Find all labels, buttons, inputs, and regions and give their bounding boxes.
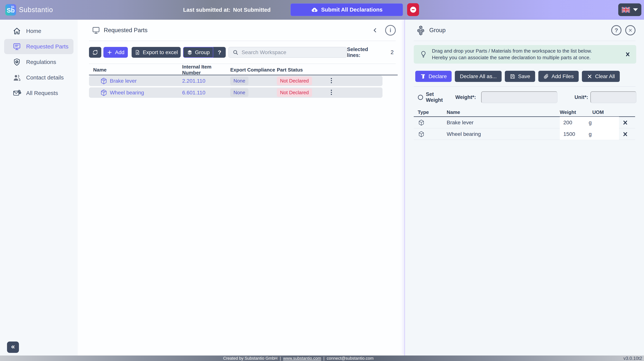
group-part-weight[interactable]: 200 <box>560 120 589 126</box>
list-item: Wheel bearing 1500 g <box>414 128 635 140</box>
logo-superscript: 51 <box>11 5 14 8</box>
parts-table-body: Brake lever 2.201.110 None Not Declared <box>78 76 404 98</box>
excel-file-icon <box>135 49 140 55</box>
weight-input[interactable] <box>481 91 558 103</box>
remove-part-icon[interactable] <box>622 120 628 125</box>
footer-created-by: Created by Substantio GmbH <box>223 356 278 361</box>
sidebar-item-label: Regulations <box>26 59 56 65</box>
search-input[interactable] <box>242 49 343 55</box>
sidebar: Home Requested Parts <box>0 20 78 356</box>
set-weight-label: Set Weight <box>426 91 451 103</box>
add-files-label: Add Files <box>552 73 574 79</box>
sidebar-item-label: Requested Parts <box>26 43 68 50</box>
submit-all-declarations-label: Submit All Declarations <box>321 7 382 13</box>
part-type-cube-icon <box>418 119 447 126</box>
plus-icon <box>107 49 112 55</box>
row-menu-kebab-icon[interactable] <box>328 77 335 85</box>
sidebar-item-requested-parts[interactable]: Requested Parts <box>4 39 74 54</box>
chevron-down-icon <box>633 8 638 11</box>
save-button[interactable]: Save <box>505 71 535 82</box>
part-name-link[interactable]: Wheel bearing <box>110 90 144 96</box>
weight-field-label: Weight*: <box>456 94 476 100</box>
group-part-weight[interactable]: 1500 <box>560 131 589 137</box>
weight-uom-cells[interactable]: 1500 g <box>560 128 619 140</box>
lightbulb-icon <box>420 50 428 58</box>
drag-drop-hint: Drag and drop your Parts / Materials fro… <box>414 45 636 63</box>
app-logo: Sb 51 <box>5 4 16 15</box>
footer-separator: | <box>280 356 281 361</box>
column-header-uom: UOM <box>592 109 619 115</box>
x-icon <box>587 74 592 79</box>
selected-lines-count: 2 <box>391 49 394 55</box>
set-weight-row: Set Weight Weight*: Unit*: <box>418 91 636 103</box>
stop-button[interactable] <box>407 3 419 16</box>
footer-email: connect@substantio.com <box>327 356 374 361</box>
add-files-button[interactable]: Add Files <box>538 71 579 82</box>
row-menu-kebab-icon[interactable] <box>328 88 335 97</box>
part-name-link[interactable]: Brake lever <box>110 78 137 84</box>
declare-all-as-button[interactable]: Declare All as... <box>455 71 502 82</box>
column-header-name: Name <box>89 67 182 73</box>
declare-label: Declare <box>428 73 447 79</box>
app-body: Home Requested Parts <box>0 20 644 356</box>
column-header-internal-item-number: Internal Item Number <box>182 64 230 76</box>
group-label: Group <box>195 49 210 55</box>
minus-circle-icon <box>409 5 417 14</box>
set-weight-radio[interactable] <box>418 95 423 100</box>
parts-table-header: Name Internal Item Number Export Complia… <box>89 64 398 75</box>
last-submitted-label: Last submitted at: <box>183 7 230 13</box>
workspace-toolbar: Add Export to excel <box>78 41 404 63</box>
unit-input[interactable] <box>590 91 636 103</box>
sidebar-item-label: All Requests <box>26 90 58 96</box>
group-help-button[interactable]: ? <box>213 47 226 58</box>
footer: Created by Substantio GmbH | www.substan… <box>0 356 644 361</box>
workspace-search <box>228 47 347 58</box>
sidebar-item-all-requests[interactable]: All Requests <box>4 85 74 101</box>
sidebar-item-label: Home <box>26 28 41 34</box>
close-icon[interactable] <box>625 25 636 35</box>
cloud-upload-icon <box>311 6 318 13</box>
table-row[interactable]: Wheel bearing 6.601.110 None Not Declare… <box>89 87 382 98</box>
refresh-button[interactable] <box>89 47 101 58</box>
sidebar-item-regulations[interactable]: Regulations <box>4 54 74 70</box>
layers-icon <box>187 49 192 55</box>
sidebar-collapse-button[interactable]: « <box>7 342 19 353</box>
group-button[interactable]: Group <box>183 47 213 58</box>
submit-all-declarations-button[interactable]: Submit All Declarations <box>290 3 403 16</box>
home-icon <box>12 27 21 35</box>
last-submitted-status: Last submitted at: Not Submitted <box>183 0 270 20</box>
declare-all-as-label: Declare All as... <box>460 73 497 79</box>
selected-lines: Selected lines: 2 <box>347 46 394 58</box>
weight-uom-cells[interactable]: 200 g <box>560 117 619 128</box>
help-icon[interactable]: ? <box>611 25 622 35</box>
group-panel-header: Group ? <box>405 20 644 41</box>
page-title: Requested Parts <box>104 27 148 34</box>
clear-all-button[interactable]: Clear All <box>582 71 620 82</box>
column-header-part-status: Part Status <box>277 67 328 73</box>
group-button-split: Group ? <box>183 47 226 58</box>
group-part-name: Wheel bearing <box>447 131 560 137</box>
group-part-uom[interactable]: g <box>589 120 592 126</box>
group-part-uom[interactable]: g <box>589 131 592 137</box>
remove-part-icon[interactable] <box>622 131 628 137</box>
actions-divider <box>414 86 636 87</box>
chevron-left-icon[interactable] <box>372 27 378 33</box>
sidebar-item-home[interactable]: Home <box>4 23 74 38</box>
footer-separator: | <box>324 356 324 361</box>
group-table-header: Type Name Weight UOM <box>414 108 635 117</box>
save-label: Save <box>518 73 530 79</box>
group-panel: Group ? Drag and drop your Parts / Mat <box>404 20 644 356</box>
declare-button[interactable]: Declare <box>415 71 452 82</box>
last-submitted-value: Not Submitted <box>233 7 270 13</box>
info-icon[interactable]: i <box>385 25 396 35</box>
language-selector[interactable] <box>618 3 641 16</box>
hint-message: Drag and drop your Parts / Materials fro… <box>432 48 606 61</box>
add-button[interactable]: Add <box>104 47 128 58</box>
table-row[interactable]: Brake lever 2.201.110 None Not Declared <box>89 76 382 86</box>
refresh-icon <box>92 49 98 56</box>
export-to-excel-button[interactable]: Export to excel <box>132 47 181 58</box>
sidebar-item-contact-details[interactable]: Contact details <box>4 70 74 85</box>
main-content: Requested Parts i <box>78 20 404 356</box>
footer-website-link[interactable]: www.substantio.com <box>283 356 321 361</box>
hint-close-icon[interactable] <box>625 51 630 57</box>
